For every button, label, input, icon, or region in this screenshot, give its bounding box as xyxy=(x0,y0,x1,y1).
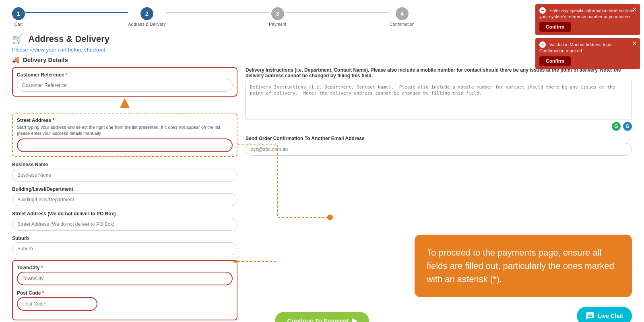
building-level-group: Building/Level/Department xyxy=(12,186,237,206)
notification-card-2: ✕ − Validation Manual Address Input Conf… xyxy=(535,38,640,69)
notification-area: ✕ − Enter any specific information here … xyxy=(535,4,640,69)
notification-confirm-btn-1[interactable]: Confirm xyxy=(539,22,571,32)
required-marker-postcode: * xyxy=(42,290,44,296)
step-confirmation: 4 Confirmation xyxy=(390,7,415,27)
close-notification-2[interactable]: ✕ xyxy=(632,41,637,47)
customer-reference-label: Customer Reference * xyxy=(17,72,233,78)
step-label-address: Address & Delivery xyxy=(128,22,166,27)
post-code-label: Post Code * xyxy=(17,290,233,296)
building-level-input[interactable] xyxy=(12,193,237,206)
street-address-group: Street Address * Start typing your addre… xyxy=(12,113,237,157)
step-circle-4: 4 xyxy=(396,7,409,20)
required-marker-street: * xyxy=(52,118,54,123)
close-notification-1[interactable]: ✕ xyxy=(632,6,637,12)
post-code-group: Post Code * xyxy=(17,290,233,311)
send-email-group: Send Order Confirmation To Another Email… xyxy=(246,136,632,156)
textarea-icons: G G xyxy=(246,122,632,131)
minus-icon-1: − xyxy=(539,7,546,14)
step-label-cart: Cart xyxy=(14,22,23,27)
send-email-input[interactable] xyxy=(246,143,632,156)
cart-icon: 🛒 xyxy=(12,34,23,44)
step-address: 2 Address & Delivery xyxy=(128,7,166,27)
delivery-instructions-group: Delivery Instructions (i.e. Department. … xyxy=(246,67,632,131)
street-address-po-label: Street Address (We do not deliver to PO … xyxy=(12,211,237,217)
spellcheck-icon[interactable]: G xyxy=(623,122,632,131)
business-name-label: Business Name xyxy=(12,162,237,167)
step-payment: 3 Payment xyxy=(269,7,286,27)
callout-text: To proceed to the payments page, ensure … xyxy=(427,248,614,284)
live-chat-button[interactable]: Live Chat xyxy=(577,307,632,322)
continue-btn-container: Continue To Payment ▶ xyxy=(275,312,369,322)
step-cart: 1 Cart xyxy=(12,7,25,27)
send-email-label: Send Order Confirmation To Another Email… xyxy=(246,136,632,141)
notification-confirm-btn-2[interactable]: Confirm xyxy=(539,56,571,66)
continue-to-payment-button[interactable]: Continue To Payment ▶ xyxy=(275,312,369,322)
town-city-group: Town/City * xyxy=(17,265,233,285)
town-postcode-error-box: Town/City * Post Code * xyxy=(12,260,237,320)
street-address-po-input[interactable] xyxy=(12,218,237,231)
street-address-desc: Start typing your address and select the… xyxy=(17,124,233,137)
business-name-group: Business Name xyxy=(12,162,237,182)
callout-box: To proceed to the payments page, ensure … xyxy=(415,235,632,297)
customer-reference-input[interactable] xyxy=(17,79,233,92)
step-circle-3: 3 xyxy=(271,7,284,20)
step-label-payment: Payment xyxy=(269,22,286,27)
chat-bubble-icon xyxy=(586,312,594,320)
truck-icon: 🚚 xyxy=(12,56,20,63)
orange-arrow-up xyxy=(120,98,130,108)
left-column: Customer Reference * Street Address * St… xyxy=(12,67,237,322)
suburb-label: Suburb xyxy=(12,235,237,241)
step-circle-2: 2 xyxy=(140,7,153,20)
street-address-input[interactable] xyxy=(17,138,233,152)
street-address-label: Street Address * xyxy=(17,118,233,123)
street-address-po-group: Street Address (We do not deliver to PO … xyxy=(12,211,237,231)
notification-text-2: Validation Manual Address Input Confirma… xyxy=(539,42,613,53)
grammarly-icon[interactable]: G xyxy=(612,122,621,131)
business-name-input[interactable] xyxy=(12,169,237,182)
post-code-input[interactable] xyxy=(17,297,97,311)
town-city-label: Town/City * xyxy=(17,265,233,270)
town-city-input[interactable] xyxy=(17,272,233,285)
building-level-label: Building/Level/Department xyxy=(12,186,237,192)
notification-card-1: ✕ − Enter any specific information here … xyxy=(535,4,640,35)
suburb-group: Suburb xyxy=(12,235,237,255)
minus-icon-2: − xyxy=(539,41,546,48)
step-label-confirmation: Confirmation xyxy=(390,22,415,27)
required-marker-customer-ref: * xyxy=(66,72,68,78)
continue-arrow-icon: ▶ xyxy=(352,317,357,322)
suburb-input[interactable] xyxy=(12,242,237,255)
customer-reference-group: Customer Reference * xyxy=(12,67,237,97)
notification-text-1: Enter any specific information here such… xyxy=(539,8,634,19)
step-circle-1: 1 xyxy=(12,7,25,20)
delivery-instructions-textarea[interactable] xyxy=(246,80,632,120)
required-marker-town: * xyxy=(41,265,43,270)
